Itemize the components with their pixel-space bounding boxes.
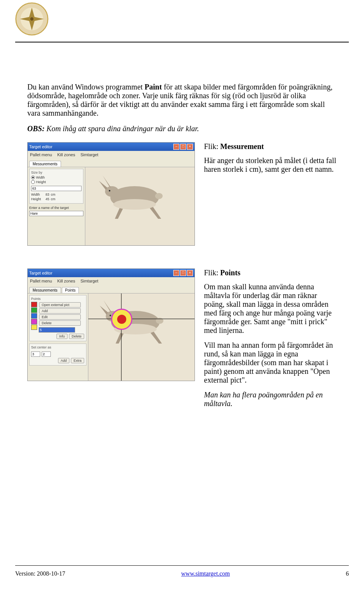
- delete-button-2[interactable]: Delete: [69, 334, 84, 339]
- flik-label: Flik:: [204, 142, 220, 151]
- height-label: Height: [31, 197, 44, 201]
- close-icon[interactable]: ×: [187, 270, 193, 276]
- points-desc-3: Man kan ha flera poängområden på en målt…: [204, 391, 338, 408]
- flik-label: Flik:: [204, 268, 220, 277]
- intro-text-pre: Du kan använd Windows programmet: [27, 83, 144, 91]
- hare-icon: [96, 174, 172, 220]
- side-panel: Size by Width Height Width 83 cm: [28, 167, 85, 245]
- version-text: Version: 2008-10-17: [15, 570, 65, 577]
- edit-button[interactable]: Edit: [39, 314, 81, 320]
- points-desc-2: Vill man ha annan form på färgområdet än…: [204, 341, 338, 384]
- spin-x[interactable]: [31, 351, 40, 357]
- crosshair-vertical[interactable]: [121, 293, 122, 381]
- maximize-icon[interactable]: □: [180, 270, 186, 276]
- svg-point-3: [30, 17, 34, 21]
- svg-point-8: [109, 190, 110, 191]
- obs-text: Kom ihåg att spara dina ändringar när du…: [45, 124, 199, 133]
- obs-label: OBS:: [27, 124, 45, 133]
- screenshot-points: Target editor – □ × Pallet menu Kill zon…: [27, 268, 195, 414]
- size-by-title: Size by: [31, 171, 82, 174]
- menu-item[interactable]: Simtarget: [80, 279, 98, 283]
- set-center-title: Set center as: [31, 345, 85, 349]
- menubar: Pallet menu Kill zones Simtarget: [28, 151, 195, 158]
- menu-item[interactable]: Kill zones: [57, 152, 75, 157]
- name-prompt: Enter a name of the target: [29, 206, 83, 210]
- measurement-description: Flik: Messurement Här anger du storleken…: [204, 142, 338, 246]
- titlebar: Target editor – □ ×: [28, 269, 195, 277]
- screenshot-measurement: Target editor – □ × Pallet menu Kill zon…: [27, 142, 195, 246]
- header-divider: [15, 42, 349, 42]
- side-panel-points: Points: [28, 293, 88, 381]
- tabstrip: Messurements: [28, 158, 195, 167]
- delete-button[interactable]: Delete: [39, 320, 81, 326]
- tabstrip: Messurements Points: [28, 285, 195, 293]
- extra-button[interactable]: Extra: [71, 358, 84, 363]
- radio-height[interactable]: Height: [31, 180, 82, 184]
- panel-title: Points: [31, 297, 85, 301]
- intro-paragraph: Du kan använd Windows programmet Paint f…: [27, 83, 338, 118]
- color-swatch[interactable]: [31, 308, 37, 313]
- canvas-area-points: [88, 293, 195, 381]
- brand-logo: [15, 2, 49, 36]
- menu-item[interactable]: Pallet menu: [30, 152, 52, 157]
- add-button-2[interactable]: Add: [58, 358, 69, 363]
- target-ring-inner[interactable]: [117, 315, 126, 324]
- spin-y[interactable]: [42, 351, 51, 357]
- width-value: 83: [46, 193, 49, 196]
- footer-divider: [15, 565, 349, 566]
- minimize-icon[interactable]: –: [173, 144, 179, 150]
- hare-icon: [97, 299, 173, 344]
- menu-item[interactable]: Kill zones: [57, 279, 75, 283]
- target-name-input[interactable]: [29, 211, 83, 216]
- svg-point-13: [110, 315, 111, 316]
- size-input[interactable]: [31, 186, 82, 191]
- titlebar: Target editor – □ ×: [28, 143, 195, 151]
- open-external-button[interactable]: Open external pict: [39, 302, 81, 308]
- window-title: Target editor: [29, 271, 52, 275]
- obs-note: OBS: Kom ihåg att spara dina ändringar n…: [27, 124, 338, 133]
- points-row: Target editor – □ × Pallet menu Kill zon…: [27, 268, 338, 414]
- color-swatch[interactable]: [31, 302, 37, 307]
- menu-item[interactable]: Simtarget: [80, 152, 98, 157]
- svg-point-7: [113, 199, 156, 210]
- add-button[interactable]: Add: [39, 308, 81, 314]
- height-value: 45: [46, 197, 49, 201]
- footer-url[interactable]: www.simtarget.com: [181, 570, 230, 577]
- window-title: Target editor: [29, 144, 52, 149]
- menubar: Pallet menu Kill zones Simtarget: [28, 277, 195, 285]
- menu-item[interactable]: Pallet menu: [30, 279, 52, 283]
- flik-name: Points: [220, 268, 240, 277]
- tab-measurements[interactable]: Messurements: [29, 161, 61, 167]
- radio-width[interactable]: Width: [31, 176, 82, 179]
- svg-point-6: [155, 193, 163, 199]
- measurement-desc: Här anger du storleken på målet (i detta…: [204, 156, 338, 174]
- width-unit: cm: [51, 193, 55, 196]
- tab-points[interactable]: Points: [62, 287, 79, 293]
- close-icon[interactable]: ×: [187, 144, 193, 150]
- color-swatch[interactable]: [31, 313, 37, 319]
- width-label: Width: [31, 193, 44, 196]
- info-button[interactable]: Info: [56, 334, 67, 339]
- flik-name: Messurement: [220, 142, 264, 151]
- points-desc-1: Om man skall kunna använda denna måltavl…: [204, 282, 338, 335]
- measurement-row: Target editor – □ × Pallet menu Kill zon…: [27, 142, 338, 246]
- points-description: Flik: Points Om man skall kunna använda …: [204, 268, 338, 414]
- page-number: 6: [346, 570, 349, 577]
- list-value[interactable]: [39, 327, 75, 333]
- color-swatch[interactable]: [31, 319, 37, 324]
- paint-word: Paint: [144, 83, 162, 91]
- color-swatch[interactable]: [31, 325, 37, 330]
- maximize-icon[interactable]: □: [180, 144, 186, 150]
- minimize-icon[interactable]: –: [173, 270, 179, 276]
- tab-measurements[interactable]: Messurements: [29, 287, 61, 293]
- crosshair-horizontal[interactable]: [88, 319, 195, 319]
- height-unit: cm: [51, 197, 55, 201]
- canvas-area: [85, 167, 195, 245]
- footer: Version: 2008-10-17 www.simtarget.com 6: [15, 570, 349, 577]
